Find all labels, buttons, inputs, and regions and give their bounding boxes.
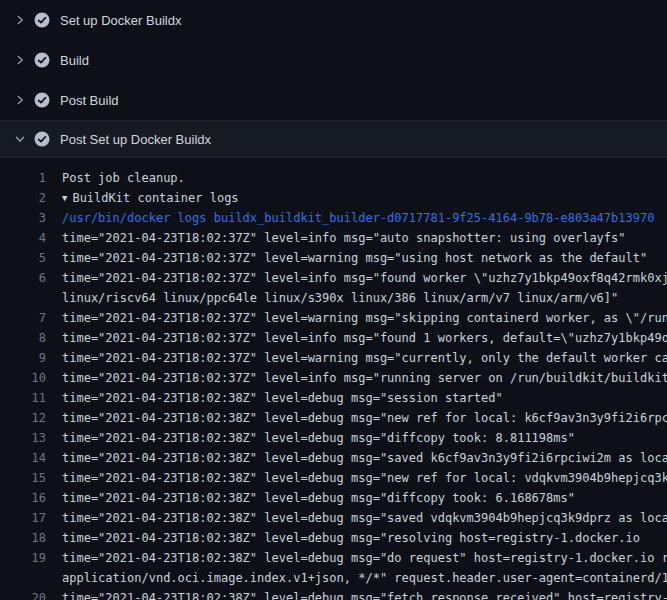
log-text: time="2021-04-23T18:02:37Z" level=warnin… — [62, 308, 667, 328]
line-number[interactable]: 17 — [0, 508, 46, 528]
log-text: time="2021-04-23T18:02:38Z" level=debug … — [62, 488, 667, 508]
log-text: time="2021-04-23T18:02:37Z" level=info m… — [62, 228, 667, 248]
log-line: 13time="2021-04-23T18:02:38Z" level=debu… — [0, 428, 667, 448]
log-line: 9time="2021-04-23T18:02:37Z" level=warni… — [0, 348, 667, 368]
log-line: 15time="2021-04-23T18:02:38Z" level=debu… — [0, 468, 667, 488]
log-text[interactable]: ▼BuildKit container logs — [62, 188, 667, 208]
line-number[interactable]: 11 — [0, 388, 46, 408]
line-number[interactable]: 13 — [0, 428, 46, 448]
line-number[interactable]: 1 — [0, 168, 46, 188]
step-label: Set up Docker Buildx — [60, 13, 181, 28]
line-number — [0, 568, 46, 588]
line-number[interactable]: 5 — [0, 248, 46, 268]
log-line: 20time="2021-04-23T18:02:38Z" level=debu… — [0, 588, 667, 600]
log-line: 8time="2021-04-23T18:02:37Z" level=info … — [0, 328, 667, 348]
log-text: time="2021-04-23T18:02:38Z" level=debug … — [62, 388, 667, 408]
log-line: 14time="2021-04-23T18:02:38Z" level=debu… — [0, 448, 667, 468]
log-text: linux/riscv64 linux/ppc64le linux/s390x … — [62, 288, 667, 308]
log-text: time="2021-04-23T18:02:38Z" level=debug … — [62, 528, 667, 548]
log-line: linux/riscv64 linux/ppc64le linux/s390x … — [0, 288, 667, 308]
step-label: Post Build — [60, 93, 119, 108]
log-viewer: 1Post job cleanup.2▼BuildKit container l… — [0, 158, 667, 600]
line-number[interactable]: 2 — [0, 188, 46, 208]
log-line: 17time="2021-04-23T18:02:38Z" level=debu… — [0, 508, 667, 528]
log-line: application/vnd.oci.image.index.v1+json,… — [0, 568, 667, 588]
log-text: time="2021-04-23T18:02:37Z" level=warnin… — [62, 248, 667, 268]
line-number[interactable]: 19 — [0, 548, 46, 568]
log-text: /usr/bin/docker logs buildx_buildkit_bui… — [62, 208, 667, 228]
chevron-right-icon — [14, 54, 34, 66]
step-row-1[interactable]: Build — [0, 40, 667, 80]
log-line: 18time="2021-04-23T18:02:38Z" level=debu… — [0, 528, 667, 548]
log-line: 11time="2021-04-23T18:02:38Z" level=debu… — [0, 388, 667, 408]
line-number[interactable]: 20 — [0, 588, 46, 600]
check-circle-icon — [34, 12, 50, 28]
log-text: time="2021-04-23T18:02:38Z" level=debug … — [62, 588, 667, 600]
log-line: 19time="2021-04-23T18:02:38Z" level=debu… — [0, 548, 667, 568]
log-text: time="2021-04-23T18:02:38Z" level=debug … — [62, 548, 667, 568]
check-circle-icon — [34, 131, 50, 147]
line-number[interactable]: 15 — [0, 468, 46, 488]
check-circle-icon — [34, 52, 50, 68]
line-number[interactable]: 16 — [0, 488, 46, 508]
line-number — [0, 288, 46, 308]
line-number[interactable]: 10 — [0, 368, 46, 388]
group-expand-icon[interactable]: ▼ — [62, 188, 67, 208]
log-line: 16time="2021-04-23T18:02:38Z" level=debu… — [0, 488, 667, 508]
step-label: Post Set up Docker Buildx — [60, 132, 211, 147]
log-text: time="2021-04-23T18:02:38Z" level=debug … — [62, 408, 667, 428]
log-text: time="2021-04-23T18:02:38Z" level=debug … — [62, 428, 667, 448]
log-text: time="2021-04-23T18:02:37Z" level=warnin… — [62, 348, 667, 368]
log-line: 5time="2021-04-23T18:02:37Z" level=warni… — [0, 248, 667, 268]
log-text: time="2021-04-23T18:02:37Z" level=info m… — [62, 328, 667, 348]
log-text: time="2021-04-23T18:02:38Z" level=debug … — [62, 448, 667, 468]
log-text: time="2021-04-23T18:02:37Z" level=info m… — [62, 268, 667, 288]
line-number[interactable]: 14 — [0, 448, 46, 468]
log-line-group: 2▼BuildKit container logs — [0, 188, 667, 208]
log-line: 12time="2021-04-23T18:02:38Z" level=debu… — [0, 408, 667, 428]
line-number[interactable]: 3 — [0, 208, 46, 228]
log-line: 6time="2021-04-23T18:02:37Z" level=info … — [0, 268, 667, 288]
line-number[interactable]: 7 — [0, 308, 46, 328]
step-row-0[interactable]: Set up Docker Buildx — [0, 0, 667, 40]
log-line: 10time="2021-04-23T18:02:37Z" level=info… — [0, 368, 667, 388]
actions-log-viewer: Set up Docker BuildxBuildPost BuildPost … — [0, 0, 667, 600]
line-number[interactable]: 12 — [0, 408, 46, 428]
log-line: 7time="2021-04-23T18:02:37Z" level=warni… — [0, 308, 667, 328]
line-number[interactable]: 18 — [0, 528, 46, 548]
step-row-3[interactable]: Post Set up Docker Buildx — [0, 120, 667, 158]
chevron-down-icon — [14, 133, 34, 145]
line-number[interactable]: 6 — [0, 268, 46, 288]
line-number[interactable]: 4 — [0, 228, 46, 248]
log-text: application/vnd.oci.image.index.v1+json,… — [62, 568, 667, 588]
step-label: Build — [60, 53, 89, 68]
chevron-right-icon — [14, 14, 34, 26]
log-line-command: 3/usr/bin/docker logs buildx_buildkit_bu… — [0, 208, 667, 228]
check-circle-icon — [34, 92, 50, 108]
log-text: time="2021-04-23T18:02:37Z" level=info m… — [62, 368, 667, 388]
log-text: time="2021-04-23T18:02:38Z" level=debug … — [62, 508, 667, 528]
step-list: Set up Docker BuildxBuildPost BuildPost … — [0, 0, 667, 158]
log-line: 4time="2021-04-23T18:02:37Z" level=info … — [0, 228, 667, 248]
log-line: 1Post job cleanup. — [0, 168, 667, 188]
line-number[interactable]: 8 — [0, 328, 46, 348]
log-text: Post job cleanup. — [62, 168, 667, 188]
log-text: time="2021-04-23T18:02:38Z" level=debug … — [62, 468, 667, 488]
line-number[interactable]: 9 — [0, 348, 46, 368]
chevron-right-icon — [14, 94, 34, 106]
step-row-2[interactable]: Post Build — [0, 80, 667, 120]
